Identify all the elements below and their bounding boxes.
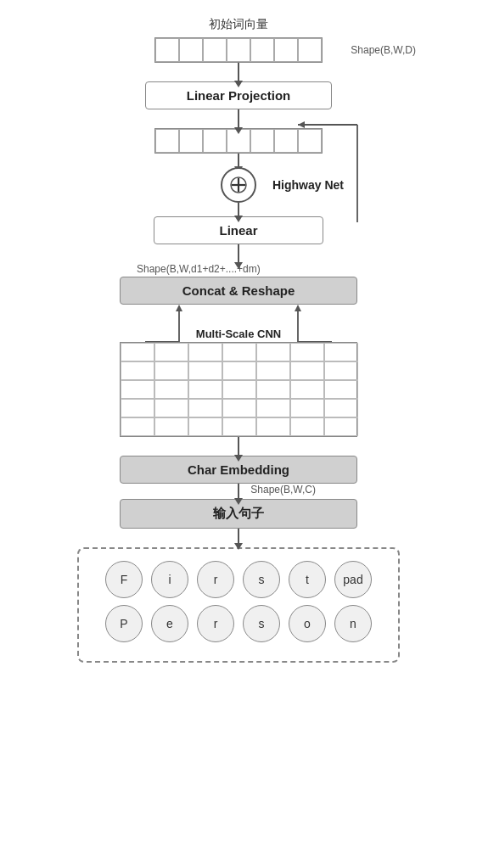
cell <box>154 399 188 417</box>
char-circle: s <box>243 605 280 642</box>
cell <box>324 380 358 399</box>
cell <box>154 380 188 399</box>
cell <box>324 343 358 361</box>
char-row-2: Person <box>87 605 390 642</box>
cell <box>222 417 256 436</box>
cell <box>324 417 358 436</box>
svg-marker-9 <box>295 305 301 311</box>
cell <box>188 343 222 361</box>
multi-scale-cnn-arrows: Multi-Scale CNN <box>120 305 357 342</box>
cell <box>250 129 274 153</box>
architecture-diagram: 初始词向量 Shape(B,W,D) Linear Projection <box>26 17 451 663</box>
char-circle: o <box>289 605 326 642</box>
arrow-8 <box>238 529 239 544</box>
cell <box>290 399 324 417</box>
cell <box>179 129 203 153</box>
cell <box>250 38 274 62</box>
arrow-7 <box>238 484 239 499</box>
highway-side-arrow <box>298 116 366 227</box>
cell <box>290 343 324 361</box>
cell <box>121 417 154 436</box>
cell <box>188 399 222 417</box>
char-circle: e <box>151 605 188 642</box>
large-matrix <box>120 342 357 437</box>
cell <box>154 417 188 436</box>
shape-bwc-label: Shape(B,W,C) <box>250 484 316 496</box>
cell <box>227 38 250 62</box>
char-circle: s <box>243 561 280 598</box>
char-input-box: Firstpad Person <box>77 547 400 663</box>
cell <box>256 417 290 436</box>
svg-marker-7 <box>176 305 182 311</box>
char-circle: t <box>289 561 326 598</box>
arrow-6 <box>238 437 239 456</box>
char-circle: r <box>197 561 234 598</box>
cell <box>155 129 179 153</box>
arrow-1 <box>238 63 239 81</box>
top-matrix: Shape(B,W,D) <box>154 37 323 63</box>
char-circle: F <box>105 561 143 598</box>
cell <box>324 399 358 417</box>
char-circle: P <box>105 605 143 642</box>
cell <box>256 343 290 361</box>
cell <box>203 129 227 153</box>
cell <box>274 129 298 153</box>
cell <box>154 343 188 361</box>
arrow-3 <box>238 154 239 167</box>
cell <box>256 399 290 417</box>
cell <box>298 38 322 62</box>
cell <box>274 38 298 62</box>
cell <box>179 38 203 62</box>
initial-word-vector-label: 初始词向量 <box>209 17 268 32</box>
char-row-1: Firstpad <box>87 561 390 598</box>
circle-plus-symbol <box>221 167 256 203</box>
multi-scale-cnn-label: Multi-Scale CNN <box>196 328 281 340</box>
cell <box>222 343 256 361</box>
char-circle: i <box>151 561 188 598</box>
shape-concat-label: Shape(B,W,d1+d2+....+dm) <box>137 263 261 275</box>
concat-reshape-box: Concat & Reshape <box>120 277 357 305</box>
arrow-5 <box>238 244 239 263</box>
cell <box>121 343 154 361</box>
arrow-4 <box>238 203 239 216</box>
cell <box>222 361 256 380</box>
cell <box>222 380 256 399</box>
cell <box>324 361 358 380</box>
svg-marker-5 <box>298 121 305 128</box>
cell <box>222 399 256 417</box>
cell <box>121 399 154 417</box>
cell <box>290 417 324 436</box>
cell <box>188 380 222 399</box>
shape-bwd-label: Shape(B,W,D) <box>351 44 416 56</box>
cell <box>203 38 227 62</box>
char-circle: n <box>334 605 372 642</box>
cell <box>154 361 188 380</box>
cell <box>256 380 290 399</box>
arrow-2 <box>238 109 239 128</box>
char-circle: r <box>197 605 234 642</box>
cell <box>155 38 179 62</box>
cell <box>188 361 222 380</box>
cell <box>188 417 222 436</box>
cell <box>121 361 154 380</box>
cell <box>290 361 324 380</box>
char-circle: pad <box>334 561 372 598</box>
cell <box>256 361 290 380</box>
cell <box>290 380 324 399</box>
cell <box>121 380 154 399</box>
